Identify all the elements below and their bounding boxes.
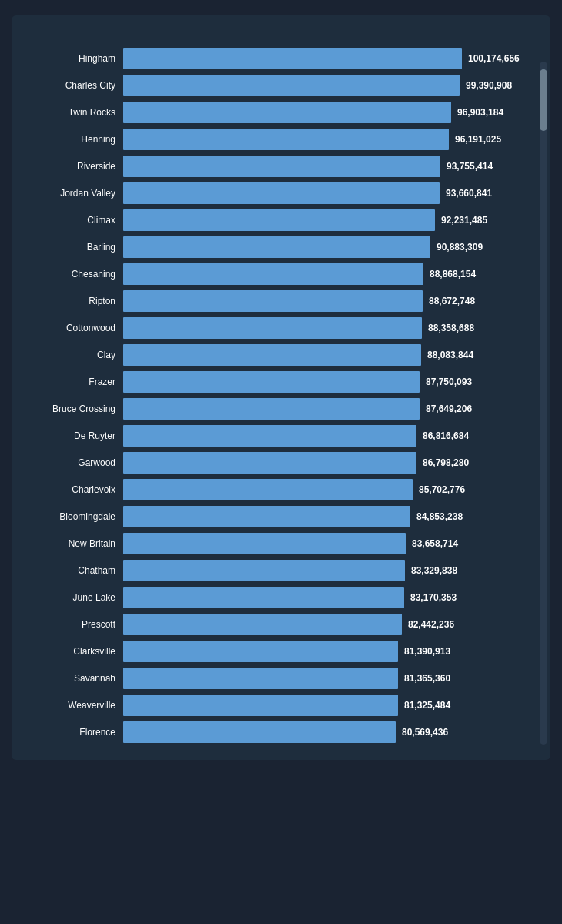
bar-row: Clarksville81,390,913 [19, 639, 527, 664]
bar-value: 88,358,688 [428, 323, 474, 333]
scrollbar-thumb[interactable] [540, 69, 547, 131]
bar-fill [123, 695, 398, 716]
bar-fill [123, 398, 420, 420]
bar-label: Jordan Valley [19, 188, 123, 199]
bar-track: 93,755,414 [123, 154, 527, 179]
bar-value: 86,798,280 [423, 457, 469, 468]
bar-fill [123, 371, 420, 393]
bar-track: 88,358,688 [123, 316, 527, 340]
bar-value: 88,672,748 [429, 296, 475, 306]
bar-track: 88,868,154 [123, 262, 527, 286]
bar-fill [123, 263, 423, 285]
bar-label: Chesaning [19, 269, 123, 280]
chart-area: Hingham100,174,656Charles City99,390,908… [19, 46, 543, 745]
bar-track: 86,816,684 [123, 424, 527, 448]
bar-value: 81,390,913 [404, 646, 450, 657]
bar-fill [123, 560, 405, 581]
bar-track: 81,325,484 [123, 693, 527, 718]
bar-value: 83,329,838 [411, 565, 457, 576]
bar-label: Florence [19, 727, 123, 738]
bar-row: Riverside93,755,414 [19, 154, 527, 179]
scrollbar[interactable] [540, 62, 547, 745]
bar-label: Chatham [19, 565, 123, 576]
bar-track: 85,702,776 [123, 477, 527, 502]
bar-row: Chatham83,329,838 [19, 558, 527, 583]
bar-value: 99,390,908 [466, 80, 512, 91]
bar-track: 96,903,184 [123, 100, 527, 125]
bar-value: 83,170,353 [410, 592, 457, 603]
bar-track: 96,191,025 [123, 127, 527, 152]
bar-value: 87,750,093 [426, 377, 472, 387]
bar-fill [123, 317, 422, 339]
bar-value: 84,853,238 [416, 511, 463, 522]
bar-row: Clay88,083,844 [19, 343, 527, 367]
bar-value: 80,569,436 [402, 727, 448, 738]
bar-fill [123, 533, 406, 554]
bar-fill [123, 129, 449, 150]
bar-fill [123, 290, 423, 312]
bar-row: Chesaning88,868,154 [19, 262, 527, 286]
bar-row: Ripton88,672,748 [19, 289, 527, 313]
bar-fill [123, 506, 410, 527]
bar-fill [123, 452, 416, 474]
bar-value: 96,191,025 [455, 134, 501, 145]
bar-fill [123, 75, 460, 96]
bar-row: Bloomingdale84,853,238 [19, 504, 527, 529]
bar-track: 86,798,280 [123, 450, 527, 475]
bar-fill [123, 102, 451, 123]
bar-value: 93,755,414 [447, 161, 493, 172]
bar-row: Bruce Crossing87,649,206 [19, 397, 527, 421]
bar-track: 92,231,485 [123, 208, 527, 233]
bar-track: 80,569,436 [123, 720, 527, 745]
bar-value: 85,702,776 [419, 484, 465, 495]
bar-fill [123, 182, 440, 204]
bar-track: 82,442,236 [123, 612, 527, 637]
bar-label: Ripton [19, 296, 123, 306]
bar-row: Hingham100,174,656 [19, 46, 527, 71]
bar-value: 83,658,714 [412, 538, 458, 549]
bar-track: 93,660,841 [123, 181, 527, 206]
bar-value: 100,174,656 [468, 53, 520, 64]
bar-label: Hingham [19, 53, 123, 64]
bar-fill [123, 156, 440, 177]
bar-row: Cottonwood88,358,688 [19, 316, 527, 340]
bar-track: 81,390,913 [123, 639, 527, 664]
chart-container: Hingham100,174,656Charles City99,390,908… [12, 15, 550, 760]
bar-track: 83,170,353 [123, 585, 527, 610]
bar-fill [123, 587, 404, 608]
bar-fill [123, 721, 396, 743]
bar-track: 87,750,093 [123, 370, 527, 394]
bar-label: Charlevoix [19, 484, 123, 495]
bar-fill [123, 479, 413, 500]
bar-row: Florence80,569,436 [19, 720, 527, 745]
bar-value: 81,325,484 [404, 700, 450, 711]
bar-label: De Ruyter [19, 430, 123, 441]
bar-label: June Lake [19, 592, 123, 603]
bar-row: Charlevoix85,702,776 [19, 477, 527, 502]
bar-track: 99,390,908 [123, 73, 527, 98]
bar-label: Garwood [19, 457, 123, 468]
bar-label: Prescott [19, 619, 123, 630]
bar-track: 87,649,206 [123, 397, 527, 421]
bar-fill [123, 641, 398, 662]
bar-track: 83,658,714 [123, 531, 527, 556]
bar-row: Climax92,231,485 [19, 208, 527, 233]
bar-row: Henning96,191,025 [19, 127, 527, 152]
bar-label: Savannah [19, 673, 123, 684]
bar-label: Riverside [19, 161, 123, 172]
bar-value: 81,365,360 [404, 673, 450, 684]
bar-row: Twin Rocks96,903,184 [19, 100, 527, 125]
bar-label: New Britain [19, 538, 123, 549]
bar-track: 100,174,656 [123, 46, 527, 71]
bar-fill [123, 344, 421, 366]
bar-track: 88,083,844 [123, 343, 527, 367]
bar-label: Barling [19, 242, 123, 253]
bar-track: 84,853,238 [123, 504, 527, 529]
bar-label: Clarksville [19, 646, 123, 657]
bar-value: 88,083,844 [427, 350, 473, 360]
bar-label: Weaverville [19, 700, 123, 711]
bar-fill [123, 209, 435, 231]
bar-row: Charles City99,390,908 [19, 73, 527, 98]
bar-label: Twin Rocks [19, 107, 123, 118]
bar-fill [123, 48, 462, 69]
